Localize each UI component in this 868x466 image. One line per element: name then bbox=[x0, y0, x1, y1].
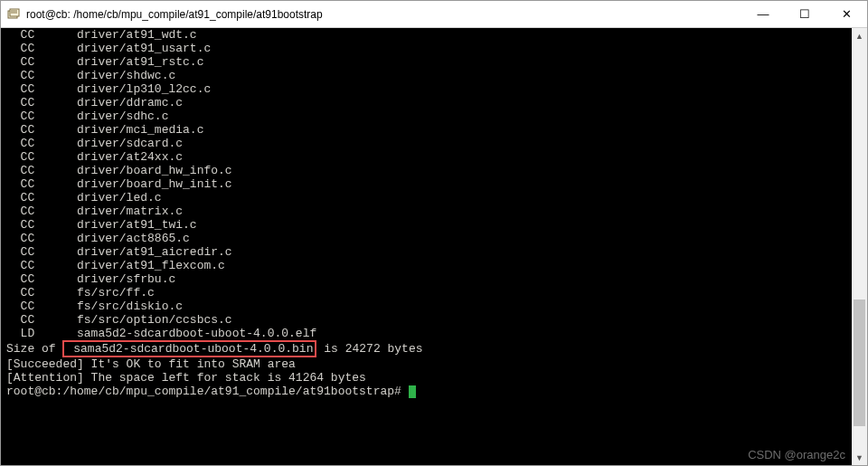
compile-line: CC driver/at91_twi.c bbox=[6, 218, 852, 232]
compile-line: CC fs/src/diskio.c bbox=[6, 300, 852, 313]
compile-line: CC driver/board_hw_init.c bbox=[6, 177, 852, 191]
size-line: Size of sama5d2-sdcardboot-uboot-4.0.0.b… bbox=[6, 340, 852, 357]
scroll-up-button[interactable]: ▲ bbox=[852, 28, 867, 43]
scroll-down-button[interactable]: ▼ bbox=[852, 450, 867, 465]
binary-file-highlight: sama5d2-sdcardboot-uboot-4.0.0.bin bbox=[62, 340, 316, 357]
compile-line: CC driver/at91_usart.c bbox=[6, 42, 852, 55]
compile-line: CC driver/sdcard.c bbox=[6, 137, 852, 150]
compile-line: LD sama5d2-sdcardboot-uboot-4.0.0.elf bbox=[6, 327, 852, 340]
maximize-button[interactable]: ☐ bbox=[784, 1, 826, 28]
compile-line: CC driver/at91_wdt.c bbox=[6, 28, 852, 42]
compile-line: CC fs/src/option/ccsbcs.c bbox=[6, 313, 852, 327]
status-succeeded: [Succeeded] It's OK to fit into SRAM are… bbox=[6, 357, 852, 371]
compile-line: CC driver/at24xx.c bbox=[6, 150, 852, 164]
compile-line: CC driver/ddramc.c bbox=[6, 96, 852, 109]
window-title: root@cb: /home/cb/mpu_compile/at91_compi… bbox=[26, 8, 742, 21]
scroll-thumb[interactable] bbox=[854, 300, 865, 426]
status-attention: [Attention] The space left for stack is … bbox=[6, 371, 852, 385]
window-controls: — ☐ ✕ bbox=[742, 1, 867, 28]
compile-line: CC fs/src/ff.c bbox=[6, 286, 852, 300]
compile-line: CC driver/lp310_l2cc.c bbox=[6, 82, 852, 96]
watermark: CSDN @orange2c bbox=[748, 448, 845, 461]
scrollbar[interactable]: ▲ ▼ bbox=[852, 28, 867, 465]
compile-line: CC driver/at91_aicredir.c bbox=[6, 245, 852, 259]
compile-line: CC driver/sdhc.c bbox=[6, 109, 852, 123]
compile-line: CC driver/shdwc.c bbox=[6, 69, 852, 82]
title-bar: root@cb: /home/cb/mpu_compile/at91_compi… bbox=[1, 1, 867, 28]
compile-line: CC driver/act8865.c bbox=[6, 232, 852, 245]
compile-line: CC driver/board_hw_info.c bbox=[6, 164, 852, 177]
prompt-line[interactable]: root@cb:/home/cb/mpu_compile/at91_compil… bbox=[6, 385, 852, 398]
compile-line: CC driver/at91_rstc.c bbox=[6, 55, 852, 69]
terminal-output[interactable]: CC driver/at91_wdt.c CC driver/at91_usar… bbox=[1, 28, 852, 465]
compile-line: CC driver/led.c bbox=[6, 191, 852, 204]
app-icon bbox=[6, 7, 21, 22]
cursor bbox=[409, 385, 416, 398]
compile-line: CC driver/mci_media.c bbox=[6, 123, 852, 137]
close-button[interactable]: ✕ bbox=[826, 1, 867, 28]
compile-line: CC driver/sfrbu.c bbox=[6, 272, 852, 286]
compile-line: CC driver/at91_flexcom.c bbox=[6, 259, 852, 272]
terminal-area: CC driver/at91_wdt.c CC driver/at91_usar… bbox=[1, 28, 867, 465]
minimize-button[interactable]: — bbox=[742, 1, 784, 28]
compile-line: CC driver/matrix.c bbox=[6, 204, 852, 218]
